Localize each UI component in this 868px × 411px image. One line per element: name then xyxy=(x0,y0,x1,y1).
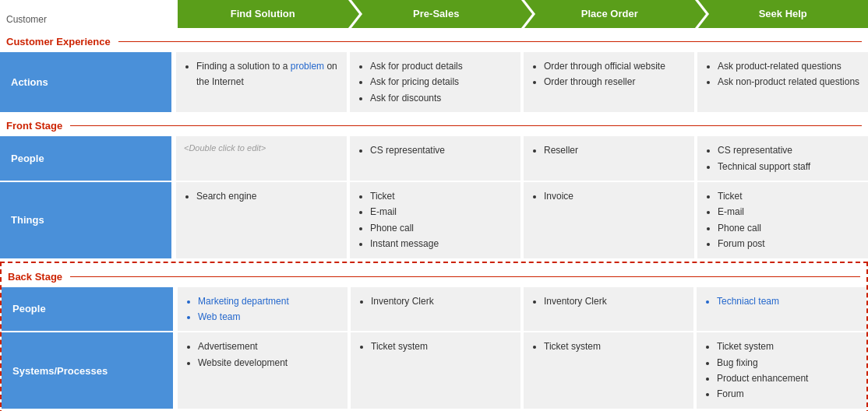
header-arrow-1: Pre-Sales xyxy=(351,0,522,28)
back-people-row: People Marketing department Web team Inv… xyxy=(2,287,866,332)
section-divider-front xyxy=(70,125,862,126)
header-arrow-2: Place Order xyxy=(524,0,695,28)
front-people-row: People <Double click to edit> CS represe… xyxy=(0,136,868,181)
header-arrow-3: Seek Help xyxy=(698,0,869,28)
app-container: Customer Find SolutionPre-SalesPlace Ord… xyxy=(0,0,868,411)
actions-cell-3: Ask product-related questions Ask non-pr… xyxy=(697,52,868,112)
actions-label: Actions xyxy=(0,52,171,112)
back-people-cell-3: Techniacl team xyxy=(697,287,866,332)
actions-cell-2: Order through official website Order thr… xyxy=(524,52,694,112)
front-things-cell-3: Ticket E-mail Phone call Forum post xyxy=(697,182,868,258)
section-divider xyxy=(118,41,862,42)
front-things-cell-0: Search engine xyxy=(176,182,347,258)
actions-cell-1: Ask for product details Ask for pricing … xyxy=(350,52,520,112)
double-click-hint: <Double click to edit> xyxy=(184,143,266,153)
back-people-cell-1: Inventory Clerk xyxy=(351,287,520,332)
customer-experience-section: Customer Experience Actions Finding a so… xyxy=(0,31,868,112)
front-people-cell-0[interactable]: <Double click to edit> xyxy=(176,136,347,181)
front-people-cell-1: CS representative xyxy=(350,136,520,181)
back-people-cell-0: Marketing department Web team xyxy=(178,287,348,332)
header-arrows: Find SolutionPre-SalesPlace OrderSeek He… xyxy=(178,0,868,28)
front-stage-section: Front Stage People <Double click to edit… xyxy=(0,115,868,258)
header-arrow-0: Find Solution xyxy=(178,0,348,28)
back-systems-row: Systems/Processes Advertisement Website … xyxy=(2,332,866,409)
back-systems-cell-1: Ticket system xyxy=(351,332,520,409)
back-stage-section: Back Stage People Marketing department W… xyxy=(0,262,868,411)
back-systems-cell-2: Ticket system xyxy=(524,332,693,409)
section-divider-back xyxy=(70,276,860,277)
customer-experience-label: Customer Experience xyxy=(6,36,111,47)
front-things-label: Things xyxy=(0,182,171,258)
actions-row: Actions Finding a solution to a problem … xyxy=(0,52,868,112)
front-things-cell-2: Invoice xyxy=(524,182,694,258)
back-stage-label: Back Stage xyxy=(8,271,62,283)
front-stage-label: Front Stage xyxy=(6,120,62,132)
front-people-cell-2: Reseller xyxy=(524,136,694,181)
customer-label: Customer xyxy=(6,14,47,25)
back-people-label: People xyxy=(2,287,173,332)
back-people-cell-2: Inventory Clerk xyxy=(524,287,693,332)
back-systems-cell-0: Advertisement Website development xyxy=(178,332,348,409)
front-people-cell-3: CS representative Technical support staf… xyxy=(697,136,868,181)
back-systems-cell-3: Ticket system Bug fixing Product enhance… xyxy=(697,332,866,409)
front-things-row: Things Search engine Ticket E-mail Phone… xyxy=(0,182,868,258)
front-people-label: People xyxy=(0,136,171,181)
back-systems-label: Systems/Processes xyxy=(2,332,173,409)
front-things-cell-1: Ticket E-mail Phone call Instant message xyxy=(350,182,520,258)
actions-cell-0: Finding a solution to a problem on the I… xyxy=(176,52,347,112)
